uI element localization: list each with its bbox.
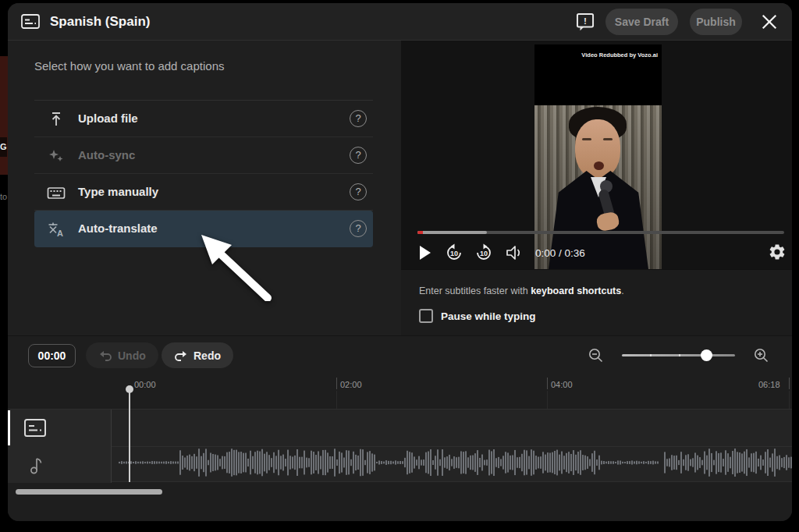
current-time-chip: 00:00 [28, 344, 76, 367]
redo-icon [174, 349, 188, 362]
zoom-in-icon[interactable] [753, 347, 770, 364]
undo-button[interactable]: Undo [86, 342, 158, 368]
ruler-label: 02:00 [340, 380, 362, 389]
track-headers [8, 410, 112, 483]
svg-text:A: A [57, 229, 63, 238]
pause-while-typing-label: Pause while typing [441, 310, 536, 322]
feedback-icon[interactable]: ! [575, 12, 595, 32]
panel-heading: Select how you want to add captions [34, 59, 225, 73]
stage: G to Spanish (Spain) ! Save Draft Publis… [0, 0, 799, 532]
buffered-segment [417, 231, 487, 234]
captions-icon [21, 14, 40, 29]
help-icon[interactable]: ? [350, 110, 367, 127]
skip-forward-label: 10 [480, 250, 488, 257]
translate-icon: A [47, 220, 66, 239]
zoom-slider-thumb[interactable] [701, 349, 712, 361]
playback-progress-bar[interactable] [417, 231, 784, 234]
captions-track-icon[interactable] [24, 419, 46, 437]
ruler-label: 04:00 [551, 380, 573, 389]
ruler-label: 00:00 [134, 380, 156, 389]
hint-section: Enter subtitles faster with keyboard sho… [401, 269, 792, 335]
close-icon[interactable] [759, 12, 779, 32]
forward-10-icon[interactable]: 10 [474, 243, 493, 262]
save-draft-button[interactable]: Save Draft [605, 9, 678, 35]
actor-face [575, 119, 620, 179]
caption-methods-panel: Select how you want to add captions Uplo… [8, 41, 401, 335]
backdrop-letter: G [0, 137, 7, 157]
playhead[interactable] [129, 388, 130, 482]
timeline-section: 00:00 Undo Redo [8, 335, 792, 521]
time-display: 0:00 / 0:36 [535, 247, 585, 259]
gear-icon[interactable] [768, 243, 787, 261]
audio-track-icon[interactable] [30, 455, 44, 475]
option-upload-file[interactable]: Upload file ? [34, 101, 373, 137]
keyboard-icon [47, 183, 66, 202]
option-type-manually[interactable]: Type manually ? [34, 174, 373, 211]
selected-track-indicator [8, 410, 10, 445]
rewind-10-icon[interactable]: 10 [445, 243, 463, 262]
option-label: Auto-translate [78, 222, 158, 235]
backdrop-word: to [0, 192, 7, 201]
sparkles-icon [47, 147, 66, 165]
exclamation-glyph: ! [584, 16, 587, 27]
upload-icon [47, 110, 66, 129]
backdrop-thumbnail [0, 56, 8, 175]
playhead-handle[interactable] [126, 385, 133, 393]
option-label: Upload file [78, 112, 138, 125]
play-icon[interactable] [419, 245, 431, 261]
ruler-label: 06:18 [758, 380, 780, 389]
dialog-title: Spanish (Spain) [50, 14, 150, 30]
video-watermark: Video Redubbed by Vozo.ai [581, 51, 658, 59]
dialog-header: Spanish (Spain) ! Save Draft Publish [8, 3, 792, 41]
timeline-zoom-slider[interactable] [622, 354, 735, 356]
caption-options-list: Upload file ? Auto-sync ? [34, 101, 373, 247]
option-label: Auto-sync [78, 148, 135, 161]
help-icon[interactable]: ? [350, 183, 367, 200]
undo-icon [98, 349, 112, 362]
zoom-out-icon[interactable] [588, 347, 605, 364]
video-player: Video Redubbed by Vozo.ai [401, 41, 792, 269]
option-label: Type manually [78, 185, 158, 198]
preview-panel: Video Redubbed by Vozo.ai [401, 41, 792, 335]
video-scene [534, 105, 662, 269]
redo-label: Redo [194, 349, 221, 362]
help-icon[interactable]: ? [350, 220, 367, 237]
undo-label: Undo [118, 349, 146, 362]
video-frame[interactable]: Video Redubbed by Vozo.ai [534, 44, 662, 269]
volume-icon[interactable] [505, 244, 524, 261]
help-icon[interactable]: ? [350, 147, 367, 164]
timeline-horizontal-scrollbar[interactable] [16, 489, 162, 495]
shortcuts-hint: Enter subtitles faster with keyboard sho… [419, 286, 624, 296]
option-auto-sync[interactable]: Auto-sync ? [34, 137, 373, 174]
captions-dialog: Spanish (Spain) ! Save Draft Publish Sel… [8, 3, 792, 521]
played-segment [417, 231, 423, 234]
audio-waveform [112, 447, 792, 478]
pause-while-typing-checkbox[interactable] [419, 309, 433, 323]
publish-button[interactable]: Publish [690, 9, 742, 35]
skip-back-label: 10 [450, 250, 458, 257]
option-auto-translate[interactable]: A Auto-translate ? [34, 211, 373, 247]
redo-button[interactable]: Redo [162, 342, 233, 368]
